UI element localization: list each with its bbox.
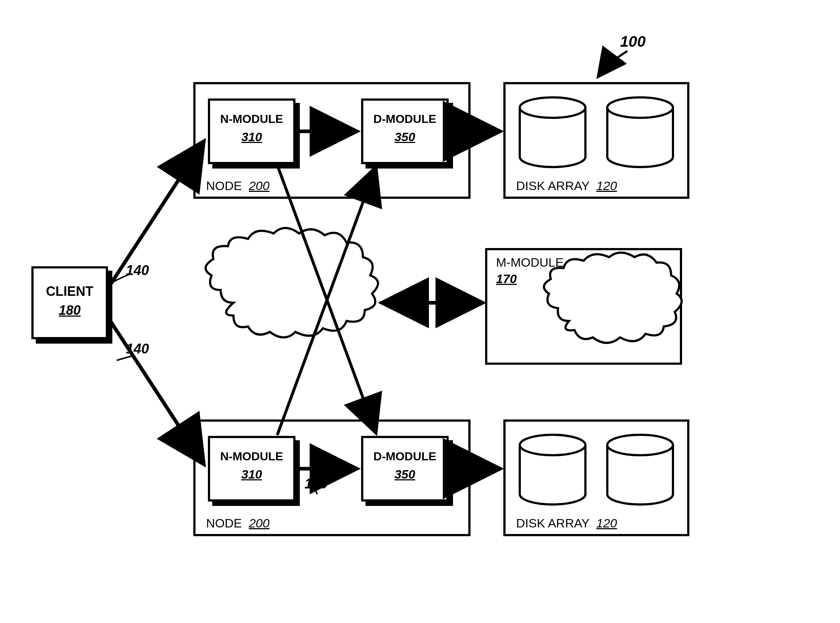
svg-line-4 [108, 142, 203, 288]
svg-layer [0, 0, 840, 623]
diagram-canvas: 100 CLIENT 180 140 140 NODE 200 N-MODULE… [0, 0, 840, 623]
svg-line-5 [108, 317, 203, 463]
svg-point-0 [520, 97, 586, 118]
svg-point-1 [607, 97, 673, 118]
svg-point-3 [607, 435, 673, 455]
svg-point-2 [520, 435, 586, 455]
